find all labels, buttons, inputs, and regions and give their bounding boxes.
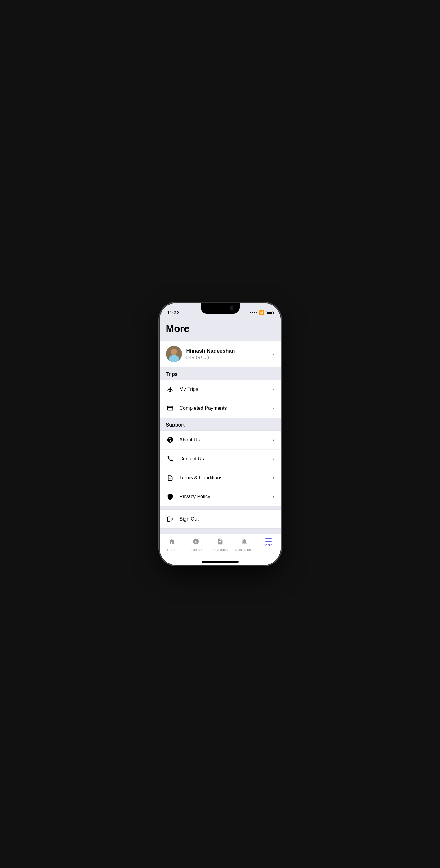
phone-frame: 11:22 📶 More — [160, 303, 281, 565]
notch — [201, 303, 240, 314]
scroll-content[interactable]: More Himash Nadeeshan — [160, 318, 281, 534]
contact-us-chevron-icon: › — [273, 456, 274, 462]
terms-conditions-item[interactable]: Terms & Conditions › — [160, 468, 281, 487]
profile-name: Himash Nadeeshan — [187, 348, 273, 354]
privacy-policy-chevron-icon: › — [273, 494, 274, 499]
about-us-label: About Us — [179, 437, 273, 443]
sign-out-item[interactable]: Sign Out — [160, 510, 281, 528]
avatar — [166, 346, 182, 362]
trips-section: My Trips › Completed Payments › — [160, 380, 281, 418]
trips-section-header: Trips — [160, 367, 281, 380]
about-us-item[interactable]: About Us › — [160, 431, 281, 450]
nav-notifications[interactable]: Notifications — [232, 537, 257, 552]
page-title: More — [166, 323, 274, 334]
support-section-header: Support — [160, 418, 281, 430]
signal-dots-icon — [250, 312, 257, 313]
payments-icon — [217, 538, 224, 547]
document-icon — [166, 473, 175, 482]
more-tab-label: More — [265, 543, 272, 547]
svg-point-3 — [171, 349, 177, 354]
bottom-nav: Home Expenses Payments — [160, 534, 281, 559]
terms-conditions-chevron-icon: › — [273, 475, 274, 480]
about-us-chevron-icon: › — [273, 437, 274, 443]
empty-space — [160, 529, 281, 534]
completed-payments-label: Completed Payments — [179, 405, 273, 411]
nav-payments[interactable]: Payments — [208, 537, 232, 552]
notifications-tab-label: Notifications — [235, 548, 253, 552]
expenses-icon — [193, 538, 199, 547]
phone-screen: 11:22 📶 More — [160, 303, 281, 565]
page-title-section: More — [160, 318, 281, 341]
contact-us-label: Contact Us — [179, 456, 273, 462]
expenses-tab-label: Expenses — [188, 548, 203, 552]
status-icons: 📶 — [250, 310, 273, 315]
payment-card-icon — [166, 404, 175, 412]
battery-icon — [266, 311, 273, 314]
nav-more[interactable]: More — [257, 537, 281, 552]
plane-icon — [166, 385, 175, 394]
nav-home[interactable]: Home — [160, 537, 184, 552]
more-menu-icon — [265, 538, 272, 542]
nav-expenses[interactable]: Expenses — [184, 537, 208, 552]
completed-payments-item[interactable]: Completed Payments › — [160, 399, 281, 417]
profile-info: Himash Nadeeshan LKR (Rs රු) — [182, 348, 273, 360]
my-trips-chevron-icon: › — [273, 386, 274, 392]
privacy-policy-label: Privacy Policy — [179, 494, 273, 499]
question-icon — [166, 436, 175, 444]
signout-icon — [166, 515, 175, 523]
trips-label: Trips — [166, 372, 178, 377]
signout-section: Sign Out — [160, 509, 281, 529]
home-indicator — [202, 561, 239, 562]
profile-section: Himash Nadeeshan LKR (Rs රු) › — [160, 341, 281, 367]
sign-out-label: Sign Out — [179, 516, 274, 522]
support-label: Support — [166, 422, 185, 428]
my-trips-item[interactable]: My Trips › — [160, 380, 281, 399]
phone-icon — [166, 455, 175, 463]
wifi-icon: 📶 — [259, 310, 264, 315]
shield-icon — [166, 492, 175, 501]
home-tab-label: Home — [167, 548, 176, 552]
terms-conditions-label: Terms & Conditions — [179, 475, 273, 480]
completed-payments-chevron-icon: › — [273, 405, 274, 411]
profile-currency: LKR (Rs රු) — [187, 355, 273, 360]
privacy-policy-item[interactable]: Privacy Policy › — [160, 487, 281, 506]
home-indicator-bar — [160, 559, 281, 565]
status-time: 11:22 — [167, 310, 179, 315]
profile-row[interactable]: Himash Nadeeshan LKR (Rs රු) › — [160, 341, 281, 367]
contact-us-item[interactable]: Contact Us › — [160, 450, 281, 468]
profile-chevron-icon: › — [273, 351, 274, 357]
my-trips-label: My Trips — [179, 386, 273, 392]
home-icon — [168, 538, 175, 547]
support-section: About Us › Contact Us › — [160, 430, 281, 506]
payments-tab-label: Payments — [212, 548, 228, 552]
front-camera — [230, 306, 234, 310]
bell-icon — [241, 538, 248, 547]
